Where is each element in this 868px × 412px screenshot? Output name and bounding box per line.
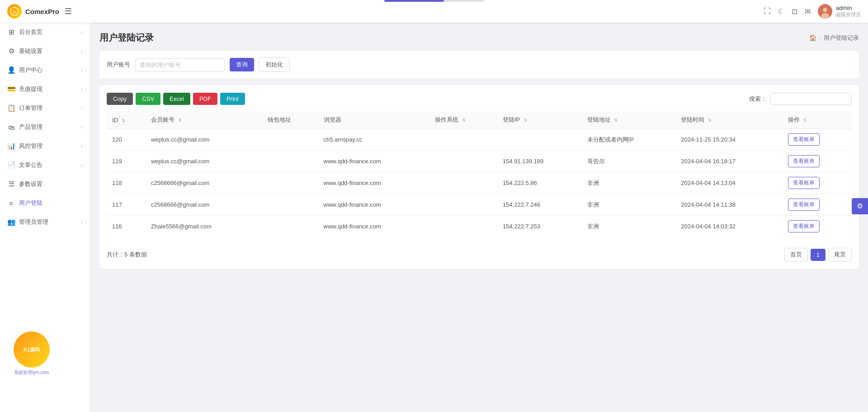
fullscreen-icon[interactable]: ⛶ <box>764 7 771 15</box>
cell-action: 查看账单 <box>783 216 852 237</box>
articles-icon: 📄 <box>7 161 15 169</box>
data-table: ID ⇅ 会员账号 ⇅ 钱包地址 浏览器 操作系统 ⇅ 登陆IP ⇅ 登陆地址 … <box>107 111 852 237</box>
col-account: 会员账号 ⇅ <box>146 111 262 129</box>
progress-bar <box>384 0 484 2</box>
first-page-button[interactable]: 首页 <box>784 248 808 261</box>
sidebar-item-recharge[interactable]: 💳 充值提现 › <box>0 80 90 99</box>
products-icon: 🛍 <box>7 123 15 131</box>
chevron-icon: › <box>81 29 83 35</box>
cell-location: 非洲 <box>582 172 676 194</box>
user-name-area: admin 超级管理员 <box>836 5 861 18</box>
sidebar-item-user-login[interactable]: ≡ 用户登陆 <box>0 194 90 213</box>
cell-time: 2024-04-04 14:13:04 <box>675 172 782 194</box>
sidebar-item-orders[interactable]: 📋 订单管理 › <box>0 99 90 118</box>
cell-os <box>429 194 497 216</box>
view-bill-button[interactable]: 查看账单 <box>788 155 820 167</box>
view-bill-button[interactable]: 查看账单 <box>788 133 820 146</box>
table-search-input[interactable] <box>770 93 852 105</box>
cell-wallet <box>262 151 318 172</box>
pdf-button[interactable]: PDF <box>193 93 217 105</box>
sidebar-label-orders: 订单管理 <box>19 104 77 112</box>
chevron-icon: › <box>81 48 83 54</box>
settings-icon: ⚙ <box>7 47 15 55</box>
sidebar-label-risk: 风控管理 <box>19 142 77 150</box>
logo-area: C ComexPro <box>7 4 59 19</box>
csv-button[interactable]: CSV <box>136 93 160 105</box>
dashboard-icon: ⊞ <box>7 28 15 36</box>
cell-ip: 154.222.5.86 <box>497 172 582 194</box>
theme-icon[interactable]: ☾ <box>778 7 784 16</box>
sidebar-label-articles: 文章公告 <box>19 161 77 169</box>
cell-location: 非洲 <box>582 216 676 237</box>
cell-id: 120 <box>107 129 146 151</box>
sidebar-item-dashboard[interactable]: ⊞ 后台首页 › <box>0 23 90 42</box>
sidebar-label-users: 用户中心 <box>19 66 77 74</box>
settings-fab[interactable]: ⚙ <box>852 198 868 214</box>
col-wallet: 钱包地址 <box>262 111 318 129</box>
print-button[interactable]: Print <box>220 93 245 105</box>
svg-point-3 <box>823 8 827 12</box>
cell-action: 查看账单 <box>783 151 852 172</box>
sidebar-item-products[interactable]: 🛍 产品管理 › <box>0 118 90 137</box>
total-count: 共计：5 条数据 <box>107 251 147 259</box>
cell-time: 2024-11-25 15:20:34 <box>675 129 782 151</box>
cell-account: weplus.cc@gmail.com <box>146 129 262 151</box>
cell-browser: www.qdd-finance.com <box>318 216 430 237</box>
table-row: 117 c2568666@gmail.com www.qdd-finance.c… <box>107 194 852 216</box>
sidebar-item-params[interactable]: ☰ 参数设置 <box>0 175 90 194</box>
cell-time: 2024-04-04 16:18:17 <box>675 151 782 172</box>
filter-area: 用户账号 查询 初始化 <box>99 51 859 78</box>
last-page-button[interactable]: 尾页 <box>828 248 852 261</box>
search-button[interactable]: 查询 <box>230 58 254 71</box>
table-row: 120 weplus.cc@gmail.com ch5.amspay.cc 未分… <box>107 129 852 151</box>
home-icon[interactable]: 🏠 <box>809 34 816 41</box>
reset-button[interactable]: 初始化 <box>259 57 290 72</box>
view-bill-button[interactable]: 查看账单 <box>788 177 820 189</box>
view-bill-button[interactable]: 查看账单 <box>788 220 820 232</box>
excel-button[interactable]: Excel <box>163 93 190 105</box>
user-account-input[interactable] <box>135 58 225 71</box>
col-action: 操作 ⇅ <box>783 111 852 129</box>
breadcrumb: 🏠 / 用户登陆记录 <box>809 34 859 42</box>
sidebar-item-settings[interactable]: ⚙ 基础设置 › <box>0 42 90 61</box>
sidebar-item-admin[interactable]: 👥 管理员管理 › <box>0 213 90 232</box>
user-info[interactable]: admin 超级管理员 <box>818 4 861 19</box>
search-label: 搜索： <box>749 95 767 103</box>
top-header: C ComexPro ☰ ⛶ ☾ ⊡ ✉ admin 超级管理员 <box>0 0 868 23</box>
cell-id: 117 <box>107 194 146 216</box>
copy-button[interactable]: Copy <box>107 93 133 105</box>
cell-ip: 154.222.7.246 <box>497 194 582 216</box>
menu-toggle-icon[interactable]: ☰ <box>65 6 72 16</box>
cell-account: Zhale5566@gmail.com <box>146 216 262 237</box>
sidebar-item-articles[interactable]: 📄 文章公告 › <box>0 156 90 175</box>
camera-icon[interactable]: ⊡ <box>792 7 797 16</box>
cell-os <box>429 216 497 237</box>
page-title: 用户登陆记录 <box>99 32 154 44</box>
cell-ip: 154.222.7.253 <box>497 216 582 237</box>
sidebar-item-risk[interactable]: 📊 风控管理 › <box>0 137 90 156</box>
chevron-icon: › <box>81 219 83 225</box>
cell-os <box>429 172 497 194</box>
view-bill-button[interactable]: 查看账单 <box>788 199 820 211</box>
cell-browser: ch5.amspay.cc <box>318 129 430 151</box>
message-icon[interactable]: ✉ <box>805 7 811 16</box>
col-location: 登陆地址 ⇅ <box>582 111 676 129</box>
cell-account: weplus.cc@gmail.com <box>146 151 262 172</box>
breadcrumb-current: 用户登陆记录 <box>824 34 859 42</box>
table-row: 118 c2568666@gmail.com www.qdd-finance.c… <box>107 172 852 194</box>
cell-time: 2024-04-04 14:03:32 <box>675 216 782 237</box>
table-row: 119 weplus.cc@gmail.com www.qdd-finance.… <box>107 151 852 172</box>
sidebar-item-users[interactable]: 👤 用户中心 › <box>0 61 90 80</box>
recharge-icon: 💳 <box>7 85 15 93</box>
cell-account: c2568666@gmail.com <box>146 194 262 216</box>
cell-id: 116 <box>107 216 146 237</box>
main-content: 用户登陆记录 🏠 / 用户登陆记录 用户账号 查询 初始化 Copy CSV E… <box>90 23 868 412</box>
admin-icon: 👥 <box>7 218 15 226</box>
sidebar-label-user-login: 用户登陆 <box>19 199 83 207</box>
chevron-icon: › <box>81 143 83 149</box>
svg-point-4 <box>821 13 829 19</box>
current-page-button[interactable]: 1 <box>811 249 826 261</box>
chevron-icon: › <box>81 124 83 130</box>
progress-fill <box>384 0 444 2</box>
cell-id: 118 <box>107 172 146 194</box>
